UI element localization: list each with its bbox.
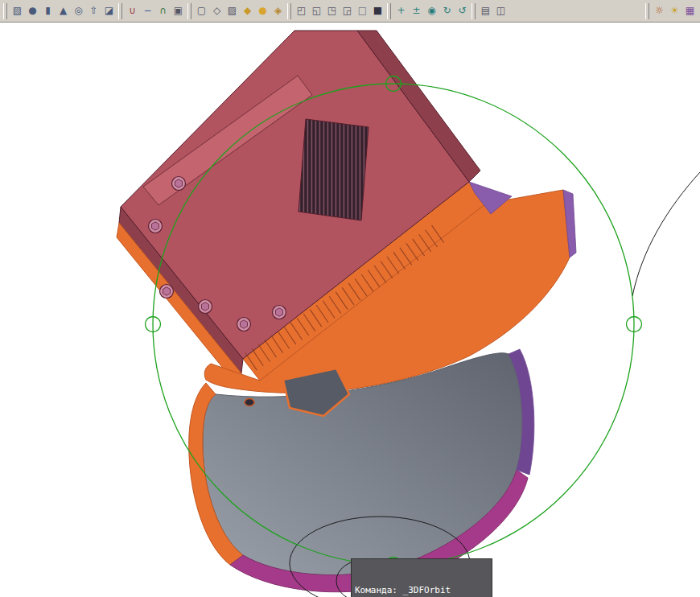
lights-icon[interactable]: ☀ <box>667 2 682 19</box>
camera-glyph: ▤ <box>481 5 490 16</box>
viewport-3d[interactable] <box>0 0 700 597</box>
hidden-lines-glyph: ▨ <box>228 5 237 16</box>
union-icon[interactable]: ∪ <box>125 2 140 19</box>
3d-swivel-glyph: ↺ <box>458 5 466 16</box>
solid-box-icon[interactable]: ▧ <box>10 2 25 19</box>
toolbar-group-views: ◰◱◳◲□■ <box>286 2 385 19</box>
solid-sphere-glyph: ● <box>28 5 36 16</box>
bolt-hex <box>152 222 159 230</box>
slice-glyph: ◪ <box>105 5 113 16</box>
solid-torus-icon[interactable]: ◎ <box>71 2 86 19</box>
right-view-icon[interactable]: ◲ <box>340 2 355 19</box>
back-view-glyph: ■ <box>373 5 382 16</box>
toolbar-grip[interactable] <box>118 3 122 19</box>
toolbar-group-render-tools: ☼☀▦ <box>644 2 698 19</box>
toolbar-grip[interactable] <box>287 3 291 19</box>
adjust-clipping-icon[interactable]: ◫ <box>493 2 509 19</box>
bolt-hex <box>276 308 283 316</box>
model-3d <box>117 31 576 592</box>
toolbar-group-camera: ▤◫ <box>470 2 509 19</box>
toolbar-group-orbit: +±◉↻↺ <box>385 2 470 19</box>
union-glyph: ∪ <box>129 5 136 16</box>
toolbar-grip[interactable] <box>645 3 649 19</box>
bolt-hex <box>241 320 248 328</box>
toolbar-grip[interactable] <box>387 3 391 19</box>
gouraud-shaded-glyph: ● <box>258 5 266 16</box>
gouraud-shaded-icon[interactable]: ● <box>255 2 270 19</box>
toolbar-grip[interactable] <box>187 3 191 19</box>
3d-orbit-glyph: ◉ <box>427 5 435 16</box>
toolbar: ▧●▮▲◎⇧◪∪−∩▣▢◇▨◆●◈◰◱◳◲□■+±◉↻↺▤◫☼☀▦ <box>0 0 700 23</box>
wireframe-3d-icon[interactable]: ◇ <box>209 2 224 19</box>
flat-shaded-icon[interactable]: ◆ <box>240 2 255 19</box>
bolt-hex <box>163 287 171 295</box>
tooltip-line-command: Команда: _3DFOrbit <box>355 584 488 596</box>
solid-torus-glyph: ◎ <box>74 5 82 16</box>
solid-cylinder-glyph: ▮ <box>45 5 51 16</box>
left-view-icon[interactable]: ◳ <box>324 2 340 19</box>
3d-swivel-icon[interactable]: ↺ <box>455 2 470 19</box>
right-view-glyph: ◲ <box>343 5 352 16</box>
left-view-glyph: ◳ <box>327 5 336 16</box>
bolt-hex <box>175 179 183 187</box>
top-view-glyph: ◰ <box>297 5 306 16</box>
solid-cone-icon[interactable]: ▲ <box>56 2 71 19</box>
edge-arc-right <box>632 172 700 296</box>
bottom-view-icon[interactable]: ◱ <box>309 2 324 19</box>
front-view-icon[interactable]: □ <box>355 2 370 19</box>
3d-zoom-icon[interactable]: ± <box>409 2 424 19</box>
front-view-glyph: □ <box>358 5 367 16</box>
lights-glyph: ☀ <box>670 5 679 16</box>
slab-knurl-panel <box>299 119 369 220</box>
solid-sphere-icon[interactable]: ● <box>25 2 40 19</box>
intersect-glyph: ∩ <box>159 5 167 16</box>
subtract-icon[interactable]: − <box>140 2 155 19</box>
solid-cylinder-icon[interactable]: ▮ <box>40 2 56 19</box>
extrude-glyph: ⇧ <box>89 5 97 16</box>
autocad-window: ▧●▮▲◎⇧◪∪−∩▣▢◇▨◆●◈◰◱◳◲□■+±◉↻↺▤◫☼☀▦ Команд… <box>0 0 700 597</box>
camera-icon[interactable]: ▤ <box>478 2 493 19</box>
slice-icon[interactable]: ◪ <box>101 2 117 19</box>
materials-glyph: ▦ <box>686 5 694 16</box>
adjust-clipping-glyph: ◫ <box>496 5 505 16</box>
flat-shaded-edges-icon[interactable]: ◈ <box>270 2 286 19</box>
flat-shaded-edges-glyph: ◈ <box>274 5 282 16</box>
bottom-view-glyph: ◱ <box>312 5 321 16</box>
extrude-icon[interactable]: ⇧ <box>86 2 101 19</box>
command-tooltip: Команда: _3DFOrbit Нажмите ESC или ENTER… <box>351 558 492 597</box>
wireframe-2d-glyph: ▢ <box>197 5 206 16</box>
toolbar-group-shade: ▢◇▨◆●◈ <box>186 2 286 19</box>
toolbar-group-solids-editing: ∪−∩▣ <box>117 2 186 19</box>
imprint-glyph: ▣ <box>174 5 183 16</box>
toolbar-group-solids: ▧●▮▲◎⇧◪ <box>2 2 117 19</box>
wireframe-3d-glyph: ◇ <box>213 5 220 16</box>
flat-shaded-glyph: ◆ <box>244 5 251 16</box>
solid-cone-glyph: ▲ <box>60 5 67 16</box>
imprint-icon[interactable]: ▣ <box>171 2 186 19</box>
3d-pan-icon[interactable]: + <box>393 2 409 19</box>
3d-orbit-icon[interactable]: ◉ <box>424 2 439 19</box>
disc-hole <box>245 399 254 406</box>
toolbar-grip[interactable] <box>3 3 7 19</box>
bolt-hex <box>202 303 209 311</box>
materials-icon[interactable]: ▦ <box>682 2 698 19</box>
toolbar-grip[interactable] <box>471 3 476 19</box>
top-view-icon[interactable]: ◰ <box>294 2 309 19</box>
3d-continuous-orbit-glyph: ↻ <box>443 5 451 16</box>
render-icon[interactable]: ☼ <box>652 2 667 19</box>
intersect-icon[interactable]: ∩ <box>155 2 171 19</box>
3d-zoom-glyph: ± <box>412 5 420 16</box>
3d-continuous-orbit-icon[interactable]: ↻ <box>439 2 455 19</box>
wireframe-2d-icon[interactable]: ▢ <box>194 2 209 19</box>
back-view-icon[interactable]: ■ <box>370 2 385 19</box>
hidden-lines-icon[interactable]: ▨ <box>224 2 240 19</box>
render-glyph: ☼ <box>655 5 664 16</box>
3d-pan-glyph: + <box>397 5 405 16</box>
subtract-glyph: − <box>143 5 151 16</box>
solid-box-glyph: ▧ <box>13 5 22 16</box>
